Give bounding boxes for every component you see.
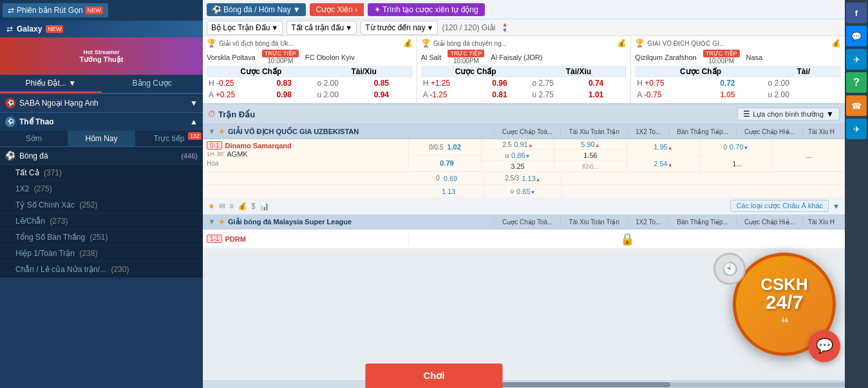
coin-icon-match[interactable]: 💰 xyxy=(238,202,247,211)
question-icon: ? xyxy=(853,77,860,88)
league-uzbekistan: ▼ ★ GIẢI VÔ ĐỊCH QUỐC GIA UZBEKISTAN Cượ… xyxy=(203,124,845,215)
trophy-icon-2: 🏆 xyxy=(421,39,431,48)
live-card-3-title: GIẢI VÔ ĐỊCH QUỐC GI... xyxy=(647,40,829,47)
couoc-xien-btn[interactable]: Cược Xiên › xyxy=(310,3,364,16)
sort-arrows[interactable]: ▲ ▼ xyxy=(502,22,507,34)
cskh-247: 24/7 xyxy=(766,293,803,312)
league-malaysia-header[interactable]: ▼ ★ Giải bóng đá Malaysia Super League C… xyxy=(203,215,845,229)
question-btn[interactable]: ? xyxy=(846,72,867,93)
filter-binh-thuong-btn[interactable]: ☰ Lựa chọn bình thường ▼ xyxy=(737,108,840,121)
team1-dinamo[interactable]: Dinamo Samarqand xyxy=(225,142,291,150)
phone-icon: ☎ xyxy=(851,101,862,111)
live-card-1-h1: Cược Chấp xyxy=(207,66,316,77)
live-time-1: 10:00PM xyxy=(262,57,299,64)
choi-button[interactable]: Chơi xyxy=(365,364,502,388)
hot-streamer-banner[interactable]: Hot Streamer Tướng Thuật xyxy=(0,37,203,75)
bookmark-icon[interactable]: ★ xyxy=(208,202,215,211)
phone-btn[interactable]: ☎ xyxy=(846,95,867,116)
thethao-icon: ⚽ xyxy=(5,117,15,127)
tat-ca-subitem[interactable]: Tất Cả (371) xyxy=(0,165,203,181)
1x2-subitem[interactable]: 1X2 (275) xyxy=(0,181,203,197)
team2-agmk: AGMK xyxy=(227,150,247,158)
coin-icon-1: 💰 xyxy=(403,39,413,48)
match-score-badge: 0-1 xyxy=(207,141,222,150)
live-team1-1: Vorskla Poltava xyxy=(207,53,256,61)
lock-icon: 🔒 xyxy=(620,232,634,246)
telegram-btn-1[interactable]: ✈ xyxy=(846,49,867,70)
thethao-collapse-icon: ▲ xyxy=(190,117,198,126)
coin-icon-3: 💰 xyxy=(831,39,841,48)
banner-subtitle: Hot Streamer xyxy=(79,49,123,55)
league-malaysia: ▼ ★ Giải bóng đá Malaysia Super League C… xyxy=(203,215,845,249)
dropdown-arrow[interactable]: ▼ xyxy=(833,202,840,210)
live-card-1-row1: H -0.25 0.83 o 2.00 0.85 xyxy=(207,77,413,89)
league-malaysia-collapse[interactable]: ▼ xyxy=(208,217,216,226)
live-team1-2: Al Salt xyxy=(421,53,442,61)
live-card-2-row2: A -1.25 0.81 u 2.75 1.01 xyxy=(421,89,627,101)
live-card-1-h2: Tài/Xiu xyxy=(316,66,413,77)
league-uzbekistan-name: GIẢI VÔ ĐỊCH QUỐC GIA UZBEKISTAN xyxy=(228,128,359,136)
galaxy-btn[interactable]: ⇄ Galaxy NEW xyxy=(0,21,203,37)
truc-tiep-tab[interactable]: Trực tiếp 132 xyxy=(135,131,203,146)
odd-val-1[interactable]: 1.02 xyxy=(447,143,460,151)
chart-icon[interactable]: 📊 xyxy=(259,202,269,211)
dollar-icon[interactable]: $ xyxy=(251,202,256,211)
coin-icon-2: 💰 xyxy=(617,39,627,48)
tu-truoc-den-nay-select[interactable]: Từ trước đến nay ▼ xyxy=(361,21,438,35)
trinh-tao-btn[interactable]: ✦ Trình tạo cược xiên tự động xyxy=(368,3,485,16)
live-card-2-title: Giải bóng đá chuyên ng... xyxy=(433,40,615,47)
stats-icon[interactable]: ≡ xyxy=(229,202,234,211)
live-status-3: TRỰC TIẾP xyxy=(703,50,740,57)
filter-chevron-down: ▼ xyxy=(826,110,834,119)
league-collapse-icon[interactable]: ▼ xyxy=(208,127,216,136)
more-bets-btn[interactable]: Các loại cược Châu Á khác xyxy=(730,200,829,212)
le-chan-subitem[interactable]: Lẻ/Chẵn (273) xyxy=(0,213,203,229)
horizontal-scrollbar[interactable] xyxy=(203,380,845,388)
league-malaysia-name: Giải bóng đá Malaysia Super League xyxy=(228,218,352,226)
tran-dau-title: Trận Đấu xyxy=(218,110,255,119)
filter-icon: ☰ xyxy=(743,110,750,119)
live-time-2: 10:00PM xyxy=(448,57,484,64)
odd-val-2[interactable]: 0.79 xyxy=(440,159,453,167)
telegram-btn-2[interactable]: ✈ xyxy=(846,119,867,139)
ty-so-chinh-xac-subitem[interactable]: Tỷ Số Chính Xác (252) xyxy=(0,197,203,213)
chat-bubble-icon: 💬 xyxy=(816,338,833,354)
odd-handicap-1: 0/0.5 xyxy=(429,144,443,151)
magic-icon: ✦ xyxy=(374,5,381,14)
star-malaysia[interactable]: ★ xyxy=(218,217,225,226)
hiep1-toan-tran-subitem[interactable]: Hiệp 1/Toàn Trận (238) xyxy=(0,246,203,262)
live-card-2: 🏆 Giải bóng đá chuyên ng... 💰 Al Salt TR… xyxy=(417,36,632,103)
match-row-pdrm: 1-1 PDRM 🔒 xyxy=(203,229,845,249)
banner-title: Tướng Thuật xyxy=(79,55,123,64)
facebook-btn[interactable]: f xyxy=(846,3,867,23)
facebook-icon: f xyxy=(855,8,858,18)
thethao-header[interactable]: ⚽ Thể Thao ▲ xyxy=(0,112,203,131)
arrows2-icon: ⇄ xyxy=(6,24,13,34)
chat-bubble-btn[interactable]: 💬 xyxy=(808,330,840,362)
som-tab[interactable]: Sớm xyxy=(0,131,68,146)
tat-ca-tran-dau-select[interactable]: Tất cả trận đấu ▼ xyxy=(287,21,357,35)
chan-le-nua-tran-subitem[interactable]: Chẵn / Lẻ của Nửa trận/... (230) xyxy=(0,262,203,278)
phieu-dat-tab[interactable]: Phiếu Đặt... ▼ xyxy=(0,75,102,93)
live-team2-1: FC Obolon Kyiv xyxy=(305,53,355,61)
bong-da-sport-item[interactable]: ⚽ Bóng đá (446) xyxy=(0,147,203,165)
trophy-icon-3: 🏆 xyxy=(635,39,645,48)
bang-cuoc-tab[interactable]: Bảng Cược xyxy=(102,75,203,93)
envelope-icon[interactable]: ✉ xyxy=(219,202,225,211)
star-active-1[interactable]: ★ xyxy=(218,127,225,136)
bong-da-icon: ⚽ xyxy=(5,151,15,160)
phien-ban-rut-gon-btn[interactable]: ⇄ Phiên bản Rút Gọn NEW xyxy=(3,3,108,17)
bong-da-hom-nay-dropdown[interactable]: ⚽ Bóng đá / Hôm Nay ▼ xyxy=(207,3,306,16)
bo-loc-tran-dau-select[interactable]: Bộ Lọc Trận Đấu ▼ xyxy=(207,21,283,35)
hom-nay-tab[interactable]: Hôm Nay xyxy=(68,131,135,146)
right-social-bar: f 💬 ✈ ? ☎ ✈ xyxy=(845,0,868,388)
cskh-text: CSKH xyxy=(760,276,808,293)
league-uzbekistan-header[interactable]: ▼ ★ GIẢI VÔ ĐỊCH QUỐC GIA UZBEKISTAN Cượ… xyxy=(203,124,845,139)
messenger-btn[interactable]: 💬 xyxy=(846,26,867,46)
live-time-3: 10:00PM xyxy=(703,57,740,64)
tong-so-ban-thang-subitem[interactable]: Tổng Số Bàn Thắng (251) xyxy=(0,229,203,246)
saba-ngoai-hang-anh[interactable]: ⚽ SABA Ngoại Hạng Anh ▼ xyxy=(0,93,203,112)
live-team2-3: Nasa xyxy=(746,53,763,61)
team-pdrm[interactable]: PDRM xyxy=(225,235,245,243)
giai-count: (120 / 120) Giải xyxy=(442,23,495,32)
